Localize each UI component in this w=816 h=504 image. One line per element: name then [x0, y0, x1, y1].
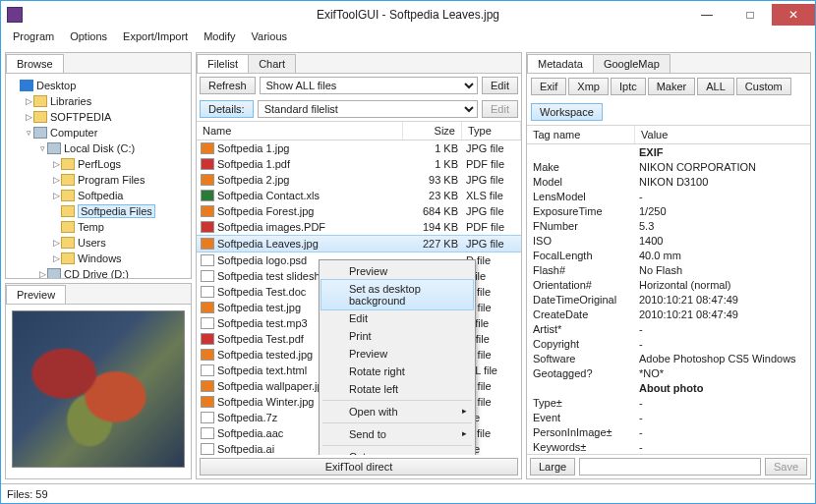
refresh-button[interactable]: Refresh	[200, 77, 256, 94]
value-input[interactable]	[579, 458, 761, 476]
file-list[interactable]: Softpedia 1.jpg1 KBJPG fileSoftpedia 1.p…	[197, 140, 521, 455]
metadata-row[interactable]: ISO1400	[527, 233, 810, 248]
titlebar: ExifToolGUI - Softpedia Leaves.jpg — □ ✕	[1, 1, 815, 28]
edit-columns-button: Edit	[482, 100, 518, 118]
context-menu: PreviewSet as desktop backgroundEditPrin…	[319, 259, 476, 455]
metadata-row[interactable]: ExposureTime1/250	[527, 203, 810, 218]
tree-item[interactable]: ▷PerfLogs	[10, 156, 187, 172]
ctx-open-with[interactable]: Open with	[321, 403, 473, 420]
metadata-row[interactable]: EXIF	[527, 144, 810, 159]
show-filter-combo[interactable]: Show ALL files	[260, 77, 479, 94]
menu-program[interactable]: Program	[5, 28, 62, 48]
ctx-preview[interactable]: Preview	[321, 262, 473, 280]
tree-item[interactable]: ▿Computer	[10, 125, 187, 140]
metadata-row[interactable]: About photo	[527, 380, 810, 395]
metadata-row[interactable]: Orientation#Horizontal (normal)	[527, 277, 810, 292]
tree-item[interactable]: Desktop	[10, 78, 187, 93]
menubar: ProgramOptionsExport/ImportModifyVarious	[1, 28, 815, 48]
menu-modify[interactable]: Modify	[196, 28, 243, 48]
meta-maker-button[interactable]: Maker	[648, 78, 696, 95]
metadata-row[interactable]: Keywords±-	[527, 439, 810, 454]
file-row[interactable]: Softpedia 2.jpg93 KBJPG file	[197, 172, 521, 188]
metadata-row[interactable]: Copyright-	[527, 336, 810, 351]
tree-item[interactable]: ▷Softpedia	[10, 188, 187, 203]
metadata-row[interactable]: DateTimeOriginal2010:10:21 08:47:49	[527, 292, 810, 307]
details-button[interactable]: Details:	[200, 100, 254, 118]
metadata-row[interactable]: ModelNIKON D3100	[527, 174, 810, 189]
tree-item[interactable]: ▷Libraries	[10, 93, 187, 109]
tree-item[interactable]: ▷SOFTPEDIA	[10, 109, 187, 125]
file-row[interactable]: Softpedia 1.jpg1 KBJPG file	[197, 140, 521, 156]
tab-browse[interactable]: Browse	[6, 54, 64, 73]
large-button[interactable]: Large	[530, 458, 575, 476]
metadata-row[interactable]: Flash#No Flash	[527, 262, 810, 277]
tree-item[interactable]: ▿Local Disk (C:)	[10, 140, 187, 156]
meta-xmp-button[interactable]: Xmp	[568, 78, 609, 95]
tree-item[interactable]: ▷Windows	[10, 251, 187, 266]
app-icon	[7, 7, 23, 23]
menu-exportimport[interactable]: Export/Import	[115, 28, 196, 48]
metadata-row[interactable]: MakeNIKON CORPORATION	[527, 159, 810, 174]
file-row-selected[interactable]: Softpedia Leaves.jpg 227 KB JPG file	[197, 235, 521, 252]
tree-item[interactable]: Temp	[10, 219, 187, 235]
ctx-rotate-left[interactable]: Rotate left	[321, 380, 473, 398]
file-row[interactable]: Softpedia 1.pdf1 KBPDF file	[197, 156, 521, 172]
tree-item[interactable]: ▷CD Drive (D:)	[10, 266, 187, 278]
minimize-button[interactable]: —	[685, 4, 729, 26]
file-row[interactable]: Softpedia images.PDF194 KBPDF file	[197, 219, 521, 235]
exiftool-direct-button[interactable]: ExifTool direct	[200, 458, 518, 476]
ctx-cut[interactable]: Cut	[321, 448, 473, 455]
ctx-edit[interactable]: Edit	[321, 309, 473, 327]
metadata-row[interactable]: Geotagged?*NO*	[527, 365, 810, 380]
preview-image	[12, 310, 185, 468]
meta-custom-button[interactable]: Custom	[736, 78, 791, 95]
tab-preview[interactable]: Preview	[6, 285, 66, 304]
tree-item[interactable]: ▷Users	[10, 235, 187, 251]
maximize-button[interactable]: □	[729, 4, 772, 26]
meta-exif-button[interactable]: Exif	[531, 78, 566, 95]
tree-item[interactable]: ▷Program Files	[10, 172, 187, 188]
edit-filter-button[interactable]: Edit	[482, 77, 518, 94]
filelist-combo[interactable]: Standard filelist	[258, 100, 478, 118]
save-button: Save	[765, 458, 807, 476]
ctx-print[interactable]: Print	[321, 327, 473, 345]
file-row[interactable]: Softpedia Contact.xls23 KBXLS file	[197, 188, 521, 203]
metadata-list[interactable]: EXIFMakeNIKON CORPORATIONModelNIKON D310…	[527, 144, 810, 454]
tab-filelist[interactable]: Filelist	[197, 54, 249, 73]
metadata-row[interactable]: SoftwareAdobe Photoshop CS5 Windows	[527, 351, 810, 365]
tab-chart[interactable]: Chart	[248, 54, 296, 73]
tab-metadata[interactable]: Metadata	[527, 54, 594, 73]
metadata-row[interactable]: Type±-	[527, 395, 810, 410]
metadata-row[interactable]: CreateDate2010:10:21 08:47:49	[527, 307, 810, 321]
file-icon	[201, 238, 214, 250]
ctx-rotate-right[interactable]: Rotate right	[321, 363, 473, 380]
metadata-row[interactable]: FocalLength40.0 mm	[527, 248, 810, 262]
tree-item[interactable]: Softpedia Files	[10, 203, 187, 219]
metadata-row[interactable]: Event-	[527, 410, 810, 424]
metadata-row[interactable]: PersonInImage±-	[527, 424, 810, 439]
tab-googlemap[interactable]: GoogleMap	[593, 54, 670, 73]
file-list-header: Name Size Type	[197, 121, 521, 140]
ctx-send-to[interactable]: Send to	[321, 425, 473, 443]
status-bar: Files: 59	[1, 483, 815, 503]
metadata-row[interactable]: Artist*-	[527, 321, 810, 336]
ctx-preview[interactable]: Preview	[321, 345, 473, 363]
meta-all-button[interactable]: ALL	[697, 78, 734, 95]
metadata-row[interactable]: FNumber5.3	[527, 218, 810, 233]
folder-tree[interactable]: Desktop▷Libraries▷SOFTPEDIA▿Computer▿Loc…	[6, 74, 191, 278]
workspace-button[interactable]: Workspace	[531, 103, 603, 121]
ctx-set-as-desktop-background[interactable]: Set as desktop background	[321, 279, 474, 310]
close-button[interactable]: ✕	[772, 4, 815, 26]
meta-iptc-button[interactable]: Iptc	[611, 78, 646, 95]
file-row[interactable]: Softpedia Forest.jpg684 KBJPG file	[197, 203, 521, 219]
metadata-row[interactable]: LensModel-	[527, 189, 810, 203]
menu-options[interactable]: Options	[62, 28, 115, 48]
menu-various[interactable]: Various	[244, 28, 295, 48]
